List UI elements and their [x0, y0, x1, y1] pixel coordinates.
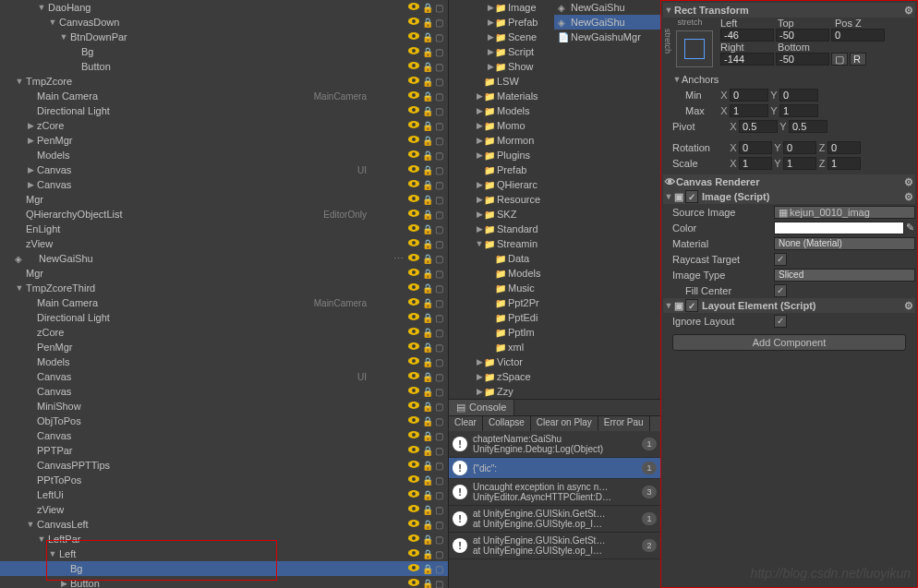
hierarchy-item[interactable]: EnLight🔒▢ — [0, 222, 448, 236]
visibility-icon[interactable] — [407, 76, 422, 87]
project-folder[interactable]: 📁PptIm — [449, 325, 660, 340]
rect-transform-header[interactable]: Rect Transform ⚙ — [663, 3, 915, 18]
static-icon[interactable]: ▢ — [435, 549, 448, 559]
pivot-x[interactable]: 0.5 — [739, 120, 778, 133]
right-input[interactable]: -144 — [720, 53, 774, 66]
static-icon[interactable]: ▢ — [435, 77, 448, 87]
lock-icon[interactable]: 🔒 — [422, 224, 435, 234]
expand-arrow[interactable] — [475, 239, 484, 248]
hierarchy-item[interactable]: PenMgr🔒▢ — [0, 340, 448, 354]
lock-icon[interactable]: 🔒 — [422, 387, 435, 397]
left-input[interactable]: -46 — [720, 29, 774, 42]
hierarchy-item[interactable]: LeftPar🔒▢ — [0, 532, 448, 546]
hierarchy-item[interactable]: Button🔒▢ — [0, 576, 448, 588]
visibility-icon[interactable] — [407, 268, 422, 279]
hierarchy-item[interactable]: Canvas🔒▢ — [0, 428, 448, 443]
project-folder[interactable]: 📁Streamin — [449, 236, 660, 251]
project-folder[interactable]: 📁Ppt2Pr — [449, 295, 660, 310]
hierarchy-item[interactable]: Bg🔒▢ — [0, 561, 448, 576]
console-tab[interactable]: ▤Console — [449, 400, 514, 415]
anchor-preset[interactable] — [676, 30, 713, 67]
visibility-icon[interactable] — [407, 297, 422, 308]
visibility-icon[interactable] — [407, 534, 422, 545]
visibility-icon[interactable] — [407, 356, 422, 367]
expand-arrow[interactable] — [475, 136, 484, 145]
hierarchy-item[interactable]: zCore🔒▢ — [0, 118, 448, 133]
expand-arrow[interactable] — [475, 387, 484, 396]
visibility-icon[interactable] — [407, 430, 422, 441]
add-component-button[interactable]: Add Component — [672, 334, 906, 351]
static-icon[interactable]: ▢ — [435, 313, 448, 323]
expand-arrow[interactable] — [48, 549, 57, 558]
visibility-icon[interactable] — [407, 120, 422, 131]
project-folder[interactable]: 📁Materials — [449, 89, 660, 103]
lock-icon[interactable]: 🔒 — [422, 62, 435, 72]
expand-arrow[interactable] — [15, 77, 24, 86]
lock-icon[interactable]: 🔒 — [422, 372, 435, 382]
static-icon[interactable]: ▢ — [435, 416, 448, 426]
color-field[interactable] — [774, 222, 904, 234]
anchor-min-x[interactable]: 0 — [730, 89, 768, 102]
lock-icon[interactable]: 🔒 — [422, 298, 435, 308]
clear-button[interactable]: Clear — [449, 416, 483, 431]
static-icon[interactable]: ▢ — [435, 402, 448, 412]
static-icon[interactable]: ▢ — [435, 106, 448, 116]
expand-arrow[interactable] — [486, 3, 495, 12]
static-icon[interactable]: ▢ — [435, 461, 448, 471]
expand-arrow[interactable] — [26, 520, 35, 529]
static-icon[interactable]: ▢ — [435, 239, 448, 249]
expand-arrow[interactable] — [26, 121, 35, 130]
static-icon[interactable]: ▢ — [435, 431, 448, 441]
hierarchy-item[interactable]: CanvasUI🔒▢ — [0, 162, 448, 177]
lock-icon[interactable]: 🔒 — [422, 239, 435, 249]
project-folder[interactable]: 📁Models — [449, 103, 660, 118]
project-panel[interactable]: 📁Image📁Prefab📁Scene📁Script📁Show📁LSW📁Mate… — [449, 0, 660, 399]
material-slot[interactable]: None (Material) — [774, 237, 915, 250]
expand-arrow[interactable] — [475, 106, 484, 115]
visibility-icon[interactable] — [407, 371, 422, 382]
hierarchy-item[interactable]: CanvasDown🔒▢ — [0, 15, 448, 30]
hierarchy-item[interactable]: CanvasPPTTips🔒▢ — [0, 458, 448, 473]
visibility-icon[interactable] — [407, 474, 422, 486]
expand-arrow[interactable] — [486, 62, 495, 71]
visibility-icon[interactable] — [407, 135, 422, 146]
static-icon[interactable]: ▢ — [435, 505, 448, 515]
gear-icon[interactable]: ⚙ — [904, 5, 913, 17]
lock-icon[interactable]: 🔒 — [422, 431, 435, 441]
visibility-icon[interactable] — [407, 253, 422, 264]
lock-icon[interactable]: 🔒 — [422, 357, 435, 367]
static-icon[interactable]: ▢ — [435, 387, 448, 397]
bottom-input[interactable]: -50 — [776, 53, 829, 66]
hierarchy-item[interactable]: BtnDownPar🔒▢ — [0, 30, 448, 44]
hierarchy-item[interactable]: PPtToPos🔒▢ — [0, 473, 448, 487]
static-icon[interactable]: ▢ — [435, 150, 448, 161]
hierarchy-item[interactable]: zView🔒▢ — [0, 502, 448, 517]
expand-arrow[interactable] — [475, 195, 484, 204]
console-panel[interactable]: ▤Console Clear Collapse Clear on Play Er… — [449, 399, 660, 588]
static-icon[interactable]: ▢ — [435, 32, 448, 42]
expand-arrow[interactable] — [59, 32, 68, 42]
visibility-icon[interactable] — [407, 31, 422, 42]
lock-icon[interactable]: 🔒 — [422, 195, 435, 205]
lock-icon[interactable]: 🔒 — [422, 402, 435, 412]
expand-arrow[interactable] — [15, 283, 24, 293]
hierarchy-item[interactable]: ◈NewGaiShu⋯🔒▢ — [0, 251, 448, 266]
static-icon[interactable]: ▢ — [435, 210, 448, 220]
expand-arrow[interactable] — [37, 534, 46, 544]
static-icon[interactable]: ▢ — [435, 254, 448, 264]
hierarchy-item[interactable]: PenMgr🔒▢ — [0, 133, 448, 148]
log-entry[interactable]: !at UnityEngine.GUISkin.GetSt…at UnityEn… — [449, 506, 660, 533]
project-folder[interactable]: 📁Resource — [449, 192, 660, 207]
lock-icon[interactable]: 🔒 — [422, 269, 435, 279]
posz-input[interactable]: 0 — [831, 29, 885, 42]
visibility-icon[interactable] — [407, 563, 422, 574]
log-entry[interactable]: !at UnityEngine.GUISkin.GetSt…at UnityEn… — [449, 533, 660, 559]
pivot-y[interactable]: 0.5 — [789, 120, 827, 133]
hierarchy-item[interactable]: Models🔒▢ — [0, 148, 448, 162]
hierarchy-item[interactable]: Bg🔒▢ — [0, 44, 448, 59]
static-icon[interactable]: ▢ — [435, 579, 448, 589]
anchor-min-y[interactable]: 0 — [779, 89, 818, 102]
project-folder[interactable]: 📁Victor — [449, 354, 660, 369]
project-folder[interactable]: 📁xml — [449, 340, 660, 354]
image-enable-checkbox[interactable]: ✓ — [685, 190, 698, 203]
